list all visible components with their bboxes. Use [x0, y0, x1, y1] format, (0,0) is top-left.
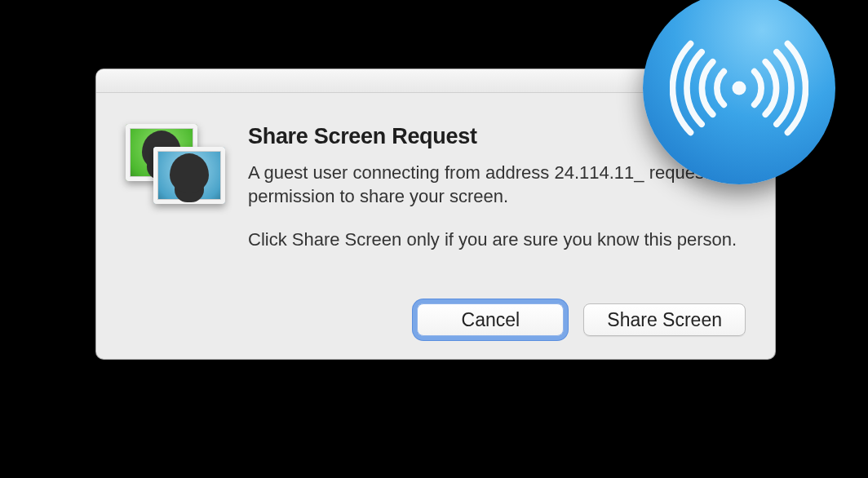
dialog-icon-column — [126, 124, 248, 251]
cancel-button[interactable]: Cancel — [417, 303, 564, 336]
screen-sharing-icon — [126, 124, 232, 214]
dialog-button-row: Cancel Share Screen — [417, 303, 746, 336]
share-screen-button[interactable]: Share Screen — [583, 303, 746, 336]
svg-point-0 — [733, 82, 746, 95]
dialog-message-primary: A guest user connecting from address 24.… — [248, 161, 746, 208]
broadcast-waves-icon — [670, 19, 808, 157]
airdrop-broadcast-icon — [643, 0, 835, 184]
screen-sharing-front-monitor-icon — [153, 147, 225, 204]
dialog-message-secondary: Click Share Screen only if you are sure … — [248, 228, 746, 251]
